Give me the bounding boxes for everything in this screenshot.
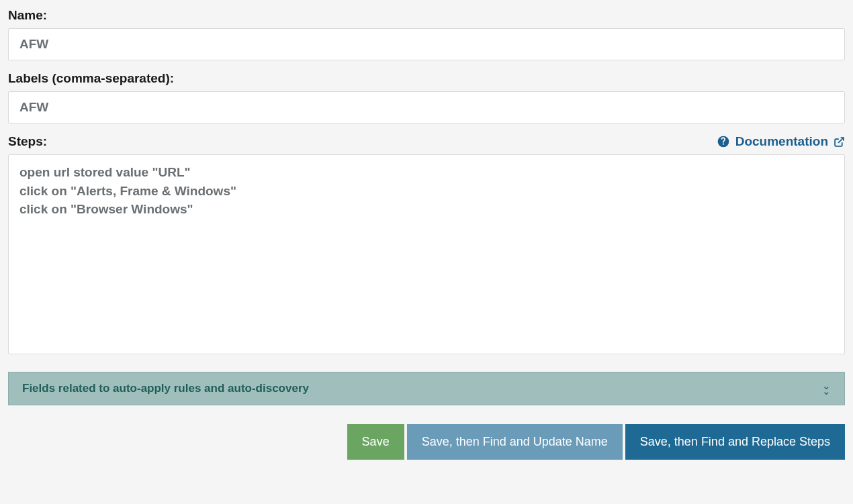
labels-label: Labels (comma-separated): <box>8 71 845 86</box>
auto-apply-accordion[interactable]: Fields related to auto-apply rules and a… <box>8 372 845 405</box>
question-circle-icon <box>717 135 730 148</box>
name-label: Name: <box>8 8 845 23</box>
documentation-link-text: Documentation <box>735 134 828 149</box>
steps-header: Steps: Documentation <box>8 134 845 149</box>
documentation-link[interactable]: Documentation <box>717 134 845 149</box>
steps-label: Steps: <box>8 134 47 149</box>
name-input[interactable] <box>8 28 845 60</box>
chevron-down-icon: ⌄⌄ <box>822 383 831 395</box>
save-find-update-name-button[interactable]: Save, then Find and Update Name <box>407 424 623 460</box>
steps-textarea[interactable] <box>8 154 845 354</box>
button-row: Save Save, then Find and Update Name Sav… <box>8 424 845 460</box>
steps-group: Steps: Documentation <box>8 134 845 357</box>
external-link-icon <box>834 136 845 148</box>
save-button[interactable]: Save <box>347 424 404 460</box>
accordion-title: Fields related to auto-apply rules and a… <box>22 382 309 395</box>
name-group: Name: <box>8 8 845 60</box>
labels-input[interactable] <box>8 91 845 123</box>
save-find-replace-steps-button[interactable]: Save, then Find and Replace Steps <box>625 424 845 460</box>
labels-group: Labels (comma-separated): <box>8 71 845 123</box>
